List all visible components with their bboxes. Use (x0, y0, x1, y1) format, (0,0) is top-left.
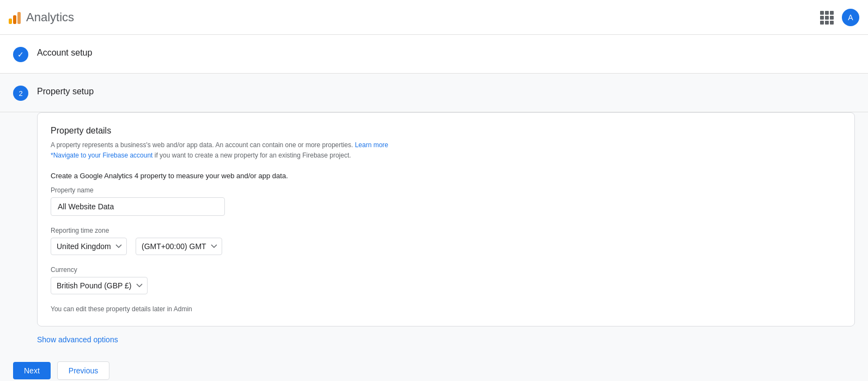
step-1-label: Account setup (37, 46, 92, 58)
card-subtitle: Create a Google Analytics 4 property to … (51, 172, 841, 180)
step-2-number: 2 (19, 89, 22, 98)
show-advanced-options-link[interactable]: Show advanced options (37, 335, 118, 344)
edit-note: You can edit these property details late… (51, 305, 841, 313)
user-avatar[interactable]: A (842, 9, 859, 26)
header-left: Analytics (9, 10, 74, 25)
step-1-row: ✓ Account setup (0, 35, 868, 74)
reporting-timezone-group: Reporting time zone United Kingdom Unite… (51, 227, 841, 255)
main-content: ✓ Account setup 2 Property setup Propert… (0, 35, 868, 381)
card-title: Property details (51, 126, 841, 136)
step-2-row: 2 Property setup (0, 74, 868, 112)
apps-grid-icon[interactable] (820, 11, 833, 24)
logo-bar-1 (9, 19, 12, 24)
currency-label: Currency (51, 266, 841, 274)
timezone-selects: United Kingdom United States Germany Fra… (51, 238, 841, 255)
buttons-row: Next Previous (0, 353, 868, 381)
property-card: Property details A property represents a… (37, 112, 855, 326)
previous-button[interactable]: Previous (57, 361, 109, 380)
firebase-link[interactable]: *Navigate to your Firebase account (51, 152, 152, 159)
currency-select[interactable]: British Pound (GBP £) US Dollar (USD $) … (51, 277, 148, 294)
header-right: A (820, 9, 859, 26)
property-section: Property details A property represents a… (0, 112, 868, 326)
card-desc: A property represents a business's web a… (51, 140, 841, 161)
step-2-circle: 2 (13, 86, 28, 101)
logo-bar-2 (13, 15, 16, 24)
learn-more-link[interactable]: Learn more (355, 141, 388, 149)
reporting-timezone-label: Reporting time zone (51, 227, 841, 234)
property-name-input[interactable] (51, 197, 225, 216)
app-header: Analytics A (0, 0, 868, 35)
firebase-desc-text: if you want to create a new property for… (155, 152, 351, 159)
timezone-select[interactable]: (GMT+00:00) GMT (GMT+01:00) BST (GMT-05:… (136, 238, 222, 255)
logo-bar-3 (17, 12, 21, 24)
property-name-group: Property name (51, 186, 841, 216)
advanced-options-row: Show advanced options (0, 326, 868, 353)
app-title: Analytics (26, 10, 74, 25)
analytics-logo (9, 11, 21, 24)
step-1-circle: ✓ (13, 47, 28, 62)
step-2-label: Property setup (37, 84, 94, 96)
country-select[interactable]: United Kingdom United States Germany Fra… (51, 238, 127, 255)
avatar-initial: A (848, 13, 853, 22)
card-desc-text: A property represents a business's web a… (51, 141, 353, 149)
next-button[interactable]: Next (13, 362, 51, 379)
currency-group: Currency British Pound (GBP £) US Dollar… (51, 266, 841, 294)
property-name-label: Property name (51, 186, 841, 194)
step-1-checkmark: ✓ (17, 50, 24, 59)
